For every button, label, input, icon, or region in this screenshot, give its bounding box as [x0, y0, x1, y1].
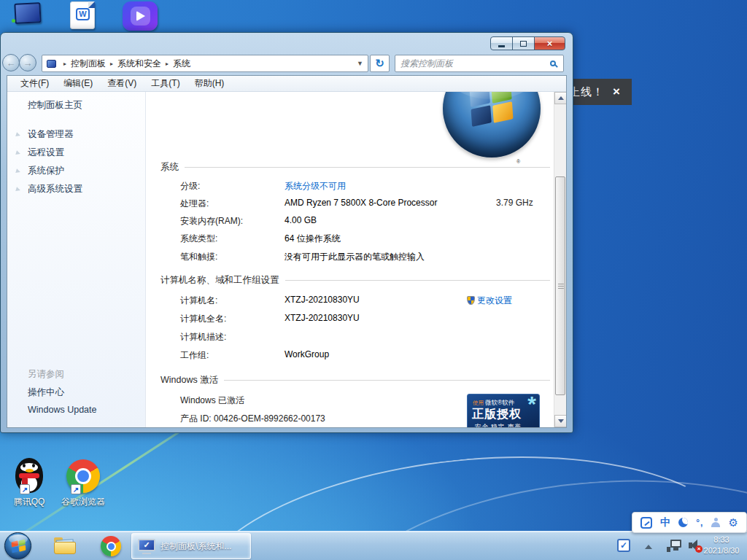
triangle-down-icon	[558, 419, 564, 423]
sidebar-item-remote-settings[interactable]: 远程设置	[28, 147, 64, 159]
search-icon[interactable]	[550, 61, 556, 66]
taskbar-active-task[interactable]: ✓ 控制面板\系统和...	[131, 533, 251, 559]
chrome-center	[77, 470, 89, 482]
fullname-label: 计算机全名:	[180, 313, 226, 325]
forward-button[interactable]: →	[19, 54, 36, 71]
scroll-down-button[interactable]	[554, 415, 566, 427]
desktop-icon-qq[interactable]: ↗ 腾讯QQ	[1, 458, 57, 508]
flag-pane	[492, 101, 513, 123]
start-button[interactable]	[4, 532, 31, 559]
ime-toolbar[interactable]: 中 °, ⚙	[632, 512, 747, 533]
close-icon[interactable]: ×	[613, 85, 620, 99]
tray-app-icon[interactable]: ✓	[617, 539, 630, 552]
thumb-grip	[558, 284, 564, 289]
section-title-text: 系统	[160, 161, 179, 174]
taskbar-explorer-button[interactable]	[54, 537, 76, 554]
user-icon[interactable]	[711, 518, 720, 527]
desktop-icon-computer[interactable]	[12, 3, 44, 29]
ime-chinese-mode[interactable]: 中	[660, 516, 670, 529]
gear-icon[interactable]: ⚙	[728, 516, 738, 529]
punctuation-icon[interactable]: °,	[696, 518, 703, 528]
flag-pane	[19, 545, 26, 552]
back-icon: ←	[7, 58, 16, 69]
cpu-value: AMD Ryzen 7 5800X 8-Core Processor	[285, 198, 437, 208]
ram-value: 4.00 GB	[285, 215, 317, 225]
show-hidden-icons-arrow[interactable]	[645, 545, 652, 549]
sidebar-item-action-center[interactable]: 操作中心	[28, 386, 64, 399]
rating-label: 分级:	[180, 180, 200, 192]
search-input[interactable]	[395, 58, 550, 69]
scrollbar-thumb[interactable]	[555, 176, 565, 395]
breadcrumb-system[interactable]: 系统	[173, 58, 190, 70]
ime-status-icon[interactable]	[640, 517, 652, 529]
system-window: × ← → ▸ 控制面板 ▸ 系统和安全 ▸ 系统 ▼ ↻ 文件(F	[0, 32, 573, 433]
check-icon: ✓	[138, 539, 155, 551]
monitor-glyph	[670, 540, 681, 548]
window-client-area: 文件(F) 编辑(E) 查看(V) 工具(T) 帮助(H) 控制面板主页 设备管…	[7, 75, 567, 428]
folder-icon	[54, 542, 76, 554]
menu-tools[interactable]: 工具(T)	[144, 77, 187, 90]
desktop-icon-chrome[interactable]: ↗ 谷歌浏览器	[55, 459, 111, 508]
change-settings-text[interactable]: 更改设置	[477, 295, 512, 306]
description-label: 计算机描述:	[180, 331, 226, 343]
section-title-activation: Windows 激活	[160, 374, 550, 386]
change-settings-link[interactable]: 更改设置	[467, 295, 512, 307]
ostype-value: 64 位操作系统	[285, 233, 341, 245]
flag-pane	[12, 546, 18, 553]
refresh-icon: ↻	[375, 57, 384, 70]
badge-brand: 微软®软件	[485, 399, 514, 406]
window-controls: ×	[491, 36, 565, 50]
computer-icon	[14, 2, 41, 24]
minimize-button[interactable]	[490, 36, 513, 50]
menu-view[interactable]: 查看(V)	[100, 77, 144, 90]
network-tray-icon[interactable]	[667, 540, 681, 552]
taskbar-clock[interactable]: 8:33 2021/8/30	[699, 534, 744, 556]
search-box[interactable]	[395, 55, 564, 72]
desktop-icon-document[interactable]: W	[70, 1, 95, 29]
icon-label: 腾讯QQ	[1, 496, 57, 508]
menu-help[interactable]: 帮助(H)	[187, 77, 232, 90]
sidebar-item-advanced-settings[interactable]: 高级系统设置	[28, 183, 82, 195]
menu-file[interactable]: 文件(F)	[13, 77, 56, 90]
close-button[interactable]: ×	[534, 36, 565, 50]
computer-led	[12, 19, 15, 23]
restore-button[interactable]	[512, 36, 535, 50]
vertical-scrollbar[interactable]	[554, 92, 566, 427]
product-id: 产品 ID: 00426-OEM-8992662-00173	[180, 413, 325, 425]
clock-time: 8:33	[699, 534, 744, 545]
chevron-right-icon: ▸	[110, 61, 113, 67]
scroll-up-button[interactable]	[554, 92, 566, 104]
fullname-value: XTZJ-20210830YU	[285, 313, 360, 323]
breadcrumb-control-panel[interactable]: 控制面板	[71, 58, 106, 70]
windows-flag-icon	[469, 92, 514, 124]
breadcrumb-system-security[interactable]: 系统和安全	[117, 58, 161, 70]
sidebar-item-windows-update[interactable]: Windows Update	[28, 405, 97, 415]
sidebar-item-system-protection[interactable]: 系统保护	[28, 165, 64, 177]
sidebar-item-control-panel-home[interactable]: 控制面板主页	[28, 99, 82, 112]
badge-tagline: 安全 稳定 声誉	[475, 423, 522, 427]
page-fold-icon	[88, 1, 95, 8]
refresh-button[interactable]: ↻	[370, 55, 390, 72]
address-bar[interactable]: ▸ 控制面板 ▸ 系统和安全 ▸ 系统 ▼	[42, 55, 368, 72]
menu-edit[interactable]: 编辑(E)	[56, 77, 100, 90]
chevron-down-icon[interactable]: ▼	[357, 60, 363, 67]
badge-main-text: 正版授权	[472, 407, 522, 422]
monitor-stand	[673, 548, 678, 551]
desktop: W 新上线！ × × ← → ▸ 控制面板 ▸ 系统和安全 ▸ 系统	[0, 0, 747, 560]
computer-name-value: XTZJ-20210830YU	[285, 295, 360, 305]
taskbar-chrome-button[interactable]	[101, 536, 121, 556]
qq-beak	[26, 469, 34, 472]
monitor-base	[142, 553, 151, 554]
activation-status: Windows 已激活	[180, 394, 244, 407]
chrome-icon: ↗	[66, 459, 100, 493]
qq-eye	[23, 464, 26, 467]
genuine-software-badge[interactable]: 使用微软®软件 * 正版授权 安全 稳定 声誉	[467, 394, 540, 427]
system-info-pane: ® 系统 分级: 系统分级不可用 处理器: AMD Ryzen 7 5800X …	[146, 92, 554, 427]
moon-icon[interactable]	[678, 518, 688, 527]
back-button[interactable]: ←	[2, 54, 20, 71]
sidebar-item-device-manager[interactable]: 设备管理器	[28, 128, 74, 141]
computer-icon	[47, 60, 56, 68]
rating-link[interactable]: 系统分级不可用	[285, 180, 346, 192]
desktop-icon-video-player[interactable]	[123, 1, 158, 31]
chevron-right-icon: ▸	[63, 61, 66, 67]
